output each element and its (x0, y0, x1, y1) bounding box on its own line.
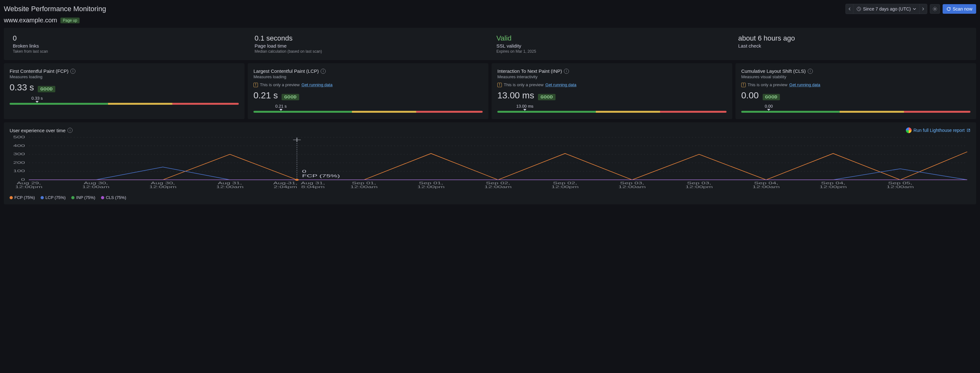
get-running-data-link[interactable]: Get running data (789, 83, 820, 87)
get-running-data-link[interactable]: Get running data (301, 83, 332, 87)
legend-dot-icon (10, 196, 13, 199)
svg-text:12:00pm: 12:00pm (149, 185, 177, 189)
ux-chart[interactable]: 50040030020010000FCP (75%)Aug 29,12:00pm… (10, 136, 970, 193)
preview-text: This is only a preview (504, 83, 543, 87)
summary-ssl: Valid SSL validity Expires on Mar 1, 202… (496, 34, 725, 54)
metric-card-cls: Cumulative Layout Shift (CLS) i Measures… (735, 63, 976, 119)
gauge-marker-caret (523, 109, 527, 111)
metric-value: 13.00 ms (497, 90, 534, 101)
info-icon[interactable]: i (67, 128, 73, 133)
time-next-button[interactable] (919, 4, 927, 14)
domain-name: www.example.com (4, 17, 57, 24)
time-range-label[interactable]: Since 7 days ago (UTC) (853, 4, 919, 14)
legend-dot-icon (71, 196, 75, 199)
metric-card-fcp: First Contentful Paint (FCP) i Measures … (4, 63, 245, 119)
metric-title: Largest Contentful Paint (LCP) (253, 68, 319, 74)
summary-last-check: about 6 hours ago Last check (738, 34, 967, 54)
svg-text:12:00pm: 12:00pm (685, 185, 713, 189)
info-icon[interactable]: i (808, 69, 813, 74)
legend-label: CLS (75%) (106, 195, 126, 200)
svg-text:12:00am: 12:00am (350, 185, 378, 189)
gauge-marker-caret (35, 101, 39, 103)
lighthouse-link-text: Run full Lighthouse report (913, 128, 965, 133)
info-icon[interactable]: i (564, 69, 569, 74)
svg-text:Sep 01,: Sep 01, (352, 181, 376, 185)
broken-links-sub: Taken from last scan (13, 49, 242, 54)
metric-badge: GOOD (38, 86, 55, 92)
ux-chart-card: User experience over time i Run full Lig… (4, 122, 976, 205)
info-icon[interactable]: i (321, 69, 326, 74)
broken-links-label: Broken links (13, 43, 242, 49)
page-title: Website Performance Monitoring (4, 5, 106, 13)
svg-text:Aug 29,: Aug 29, (17, 181, 41, 185)
metric-gauge: 13.00 ms (497, 104, 727, 113)
legend-label: INP (75%) (76, 195, 95, 200)
svg-text:FCP (75%): FCP (75%) (302, 174, 340, 178)
svg-text:12:00am: 12:00am (619, 185, 646, 189)
legend-item[interactable]: FCP (75%) (10, 195, 35, 200)
lighthouse-link[interactable]: Run full Lighthouse report (906, 127, 970, 133)
scan-now-button[interactable]: Scan now (943, 4, 976, 14)
settings-button[interactable] (930, 4, 940, 14)
metric-title: Cumulative Layout Shift (CLS) (741, 68, 806, 74)
metric-value: 0.33 s (10, 83, 34, 93)
get-running-data-link[interactable]: Get running data (545, 83, 576, 87)
legend-dot-icon (41, 196, 44, 199)
time-range-picker[interactable]: Since 7 days ago (UTC) (845, 4, 927, 14)
chevron-down-icon (913, 8, 916, 10)
preview-notice: ! This is only a preview Get running dat… (741, 83, 970, 87)
warning-icon: ! (741, 83, 746, 87)
metric-subtitle: Measures loading (10, 75, 239, 79)
svg-text:Sep 05,: Sep 05, (888, 181, 912, 185)
svg-text:Sep 02,: Sep 02, (486, 181, 510, 185)
summary-card: 0 Broken links Taken from last scan 0.1 … (4, 28, 976, 60)
svg-text:Aug 30,: Aug 30, (84, 181, 108, 185)
gauge-marker-label: 0.00 (765, 104, 773, 109)
page-load-value: 0.1 seconds (255, 34, 484, 43)
ssl-label: SSL validity (496, 43, 725, 49)
legend-item[interactable]: LCP (75%) (41, 195, 65, 200)
svg-text:Aug 31,: Aug 31, (218, 181, 242, 185)
svg-text:12:00am: 12:00am (82, 185, 110, 189)
metric-card-inp: Interaction To Next Paint (INP) i Measur… (492, 63, 732, 119)
svg-text:12:00pm: 12:00pm (417, 185, 445, 189)
svg-text:Sep 03,: Sep 03, (620, 181, 644, 185)
svg-text:100: 100 (13, 169, 25, 173)
svg-text:12:00am: 12:00am (216, 185, 243, 189)
svg-text:Aug 31,: Aug 31, (273, 181, 298, 185)
svg-point-1 (934, 8, 935, 10)
legend-item[interactable]: INP (75%) (71, 195, 95, 200)
gauge-marker-label: 0.21 s (275, 104, 286, 109)
svg-text:Aug 30,: Aug 30, (151, 181, 175, 185)
svg-text:12:00pm: 12:00pm (551, 185, 579, 189)
legend-item[interactable]: CLS (75%) (101, 195, 126, 200)
lighthouse-badge-icon (906, 127, 912, 133)
metric-value: 0.00 (741, 90, 759, 101)
preview-notice: ! This is only a preview Get running dat… (497, 83, 727, 87)
metric-subtitle: Measures visual stability (741, 75, 970, 79)
page-load-sub: Median calculation (based on last scan) (255, 49, 484, 54)
gauge-marker-label: 13.00 ms (516, 104, 533, 109)
metric-title: First Contentful Paint (FCP) (10, 68, 68, 74)
metric-badge: GOOD (763, 94, 780, 100)
svg-text:Sep 04,: Sep 04, (754, 181, 778, 185)
preview-text: This is only a preview (260, 83, 299, 87)
legend-label: LCP (75%) (45, 195, 65, 200)
svg-text:Sep 02,: Sep 02, (553, 181, 577, 185)
info-icon[interactable]: i (70, 69, 75, 74)
svg-text:12:00am: 12:00am (752, 185, 780, 189)
scan-now-label: Scan now (953, 6, 972, 11)
broken-links-value: 0 (13, 34, 242, 43)
preview-notice: ! This is only a preview Get running dat… (253, 83, 483, 87)
svg-text:Aug 31,: Aug 31, (301, 181, 325, 185)
legend-dot-icon (101, 196, 104, 199)
metric-gauge: 0.21 s (253, 104, 483, 113)
last-check-value: about 6 hours ago (738, 34, 967, 43)
metric-title: Interaction To Next Paint (INP) (497, 68, 562, 74)
svg-text:8:04pm: 8:04pm (301, 185, 325, 189)
legend-label: FCP (75%) (14, 195, 35, 200)
svg-text:12:00pm: 12:00pm (15, 185, 43, 189)
svg-text:12:00am: 12:00am (484, 185, 512, 189)
summary-page-load: 0.1 seconds Page load time Median calcul… (255, 34, 484, 54)
time-prev-button[interactable] (846, 4, 853, 14)
